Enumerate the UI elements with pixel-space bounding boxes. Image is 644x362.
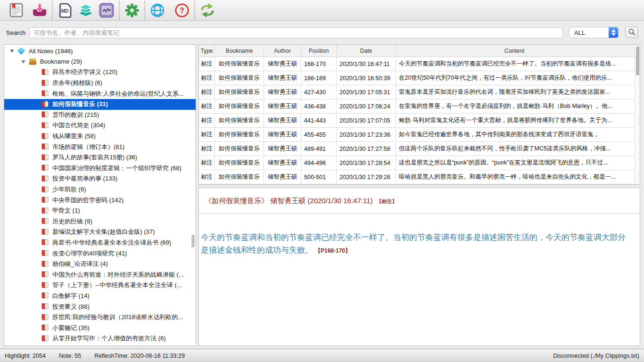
book-icon [41,282,49,289]
sidebar-book-item[interactable]: 中央帝国的哲学密码 (142) [4,195,196,206]
question-mark-icon: ? [174,3,190,18]
book-label: 市场的逻辑（增订本）(81) [52,143,124,151]
sidebar-scrollbar-thumb[interactable] [191,235,195,247]
import-button[interactable] [30,1,49,20]
sidebar-book-item[interactable]: 投资要义 (88) [4,301,196,312]
column-header-author[interactable]: Author [264,45,301,57]
cell-type: 标注 [199,170,215,184]
book-label: 少年凯歌 (6) [52,185,86,194]
app-window: MD [0,0,644,362]
sidebar-book-item[interactable]: 杨伯峻_论语译注 (4) [4,259,196,270]
layers-export-button[interactable] [76,1,95,20]
column-header-type[interactable]: Type [199,45,215,57]
settings-button[interactable] [123,1,141,20]
website-button[interactable] [148,1,167,20]
book-icon [41,69,49,76]
cell-date: 2020/1/30 17:28:54 [337,156,396,170]
cell-content: 在20世纪50年代到70年代之间，有过一类乐队，叫节奏蓝调乐队，他们使用的乐..… [396,71,640,85]
sidebar-book-item[interactable]: 货币的教训 (215) [4,110,196,121]
table-row[interactable]: 标注如何假装懂音乐储智勇王硕441-4432020/1/30 17:07:05鲍… [199,114,640,128]
table-row[interactable]: 标注如何假装懂音乐储智勇王硕494-4962020/1/30 17:28:54这… [199,156,640,170]
sidebar-book-item[interactable]: 历史的巨镜 (9) [4,216,196,227]
sidebar-book-item[interactable]: 市场的逻辑（增订本）(81) [4,141,196,152]
book-label: 投资中最简单的事 (133) [52,174,117,183]
book-label: 小窗幽记 (35) [52,324,90,332]
sidebar-book-item[interactable]: 商君书-中华经典名著全本全注全译丛书 (69) [4,238,196,248]
cell-bookname: 如何假装懂音乐 [215,99,264,113]
table-row[interactable]: 标注如何假装懂音乐储智勇王硕436-4382020/1/30 17:06:24在… [199,99,640,114]
book-label: 管子（上下册）--中华经典名著全本全注全译 (... [52,281,182,289]
sidebar-book-item[interactable]: 庆余年(精校版) (6) [4,78,196,89]
markdown-export-button[interactable]: MD [56,1,74,20]
cell-type: 标注 [199,142,215,156]
cell-position: 427-430 [301,85,337,99]
sidebar-book-item[interactable]: 新编说文解字大全集(超值白金版) (37) [4,227,196,238]
cell-content: 这也是朋克之所以是“punk”的原因。“punk”在英文里是流氓阿飞的意思，只不… [396,156,640,170]
notes-document-button[interactable] [7,1,25,20]
book-icon [41,207,49,214]
notes-table: TypeBooknameAuthorPositionDateContent 标注… [198,44,640,185]
sidebar-book-item[interactable]: 如何假装懂音乐 (31) [4,99,196,110]
search-label: Search [6,29,25,36]
cell-date: 2020/1/30 16:47:11 [337,57,396,71]
magnifier-icon [628,28,636,37]
sidebar-book-item[interactable]: 从零开始学写作：个人增值的有效方法 (6) [4,333,196,344]
search-bar: Search ALL [0,21,644,44]
filter-dropdown[interactable]: ALL [569,27,619,38]
sync-arrows-icon [199,3,216,17]
sidebar-item-bookname[interactable]: Bookname (29) [4,57,196,67]
book-icon [41,133,49,140]
note-detail-body: 今天的节奏蓝调和当初的节奏蓝调已经完全不一样了。当初的节奏蓝调有很多是描述困苦生… [201,231,633,256]
svg-text:MD: MD [61,8,69,13]
table-scrollbar-thumb[interactable] [636,46,639,75]
cell-date: 2020/1/30 16:50:39 [337,71,396,85]
search-input[interactable] [29,27,563,38]
sidebar-book-item[interactable]: 中国古代简史 (304) [4,120,196,131]
sidebar-book-item[interactable]: 中国国家治理的制度逻辑：一个组织学研究 (68) [4,163,196,174]
cell-type: 标注 [199,99,215,113]
cell-author: 储智勇王硕 [264,142,301,156]
table-row[interactable]: 标注如何假装懂音乐储智勇王硕168-1702020/1/30 16:47:11今… [199,57,640,71]
statistics-button[interactable] [97,1,116,20]
sidebar-book-item[interactable]: 管子（上下册）--中华经典名著全本全注全译 (... [4,280,196,291]
sidebar-book-item[interactable]: 钱从哪里来 (58) [4,131,196,142]
sidebar-item-all-notes[interactable]: All Notes (1946) [4,46,196,57]
status-note-count: Note: 55 [59,353,81,359]
table-row[interactable]: 标注如何假装懂音乐储智勇王硕186-1892020/1/30 16:50:39在… [199,71,640,85]
help-button[interactable]: ? [173,1,191,20]
cell-content: 鲍勃·马利对雷鬼文化还有一个重大贡献，就是将脏辫传播到了世界各地。关于为... [396,114,640,127]
sidebar-book-item[interactable]: 枪炮、病菌与钢铁:人类社会的命运(世纪人文系... [4,88,196,99]
layers-icon [78,3,94,17]
table-row[interactable]: 标注如何假装懂音乐储智勇王硕427-4302020/1/30 17:05:31雷… [199,85,640,99]
sidebar-book-item[interactable]: 甲骨文 (1) [4,206,196,216]
disclosure-triangle-icon[interactable] [9,49,15,53]
search-button[interactable] [625,27,638,38]
sidebar-book-item[interactable]: 投资中最简单的事 (133) [4,173,196,184]
table-row[interactable]: 标注如何假装懂音乐储智勇王硕455-4552020/1/30 17:23:36如… [199,128,640,142]
cell-content: 雷鬼原本是牙买加流行音乐的代名词，随着牙买加移民到了英美之类的发达国家... [396,85,640,99]
sidebar-book-item[interactable]: 苏世民:我的经验与教训（2018读桥水达利欧的... [4,312,196,323]
refresh-button[interactable] [198,1,217,20]
book-icon [41,143,49,150]
sidebar-book-item[interactable]: 罗马人的故事(套装共15册) (36) [4,152,196,163]
sidebar-book-item[interactable]: 中国为什么有前途：对外经济关系的战略潜能 (... [4,269,196,280]
sidebar-book-item[interactable]: 小窗幽记 (35) [4,322,196,333]
table-row[interactable]: 标注如何假装懂音乐储智勇王硕489-4912020/1/30 17:27:58但… [199,142,640,156]
book-icon [41,90,49,97]
column-header-bookname[interactable]: Bookname [215,45,264,57]
sidebar-book-item[interactable]: 白鱼解字 (14) [4,291,196,302]
disclosure-triangle-icon[interactable] [20,60,26,64]
cell-type: 标注 [199,71,215,85]
column-header-content[interactable]: Content [396,45,640,57]
column-header-date[interactable]: Date [337,45,396,57]
note-body-text: 今天的节奏蓝调和当初的节奏蓝调已经完全不一样了。当初的节奏蓝调有很多是描述困苦生… [201,233,626,255]
sidebar-book-item[interactable]: 薛兆丰经济学讲义 (120) [4,67,196,78]
sidebar-book-item[interactable]: 改变心理学的40项研究 (41) [4,248,196,259]
book-label: 杨伯峻_论语译注 (4) [52,260,108,268]
cell-date: 2020/1/30 17:29:28 [337,170,396,184]
sidebar-book-item[interactable]: 少年凯歌 (6) [4,184,196,195]
cell-bookname: 如何假装懂音乐 [215,57,264,71]
table-scrollbar[interactable] [635,45,640,184]
column-header-position[interactable]: Position [301,45,337,57]
table-row[interactable]: 标注如何假装懂音乐储智勇王硕500-5012020/1/30 17:29:28嘻… [199,170,640,184]
